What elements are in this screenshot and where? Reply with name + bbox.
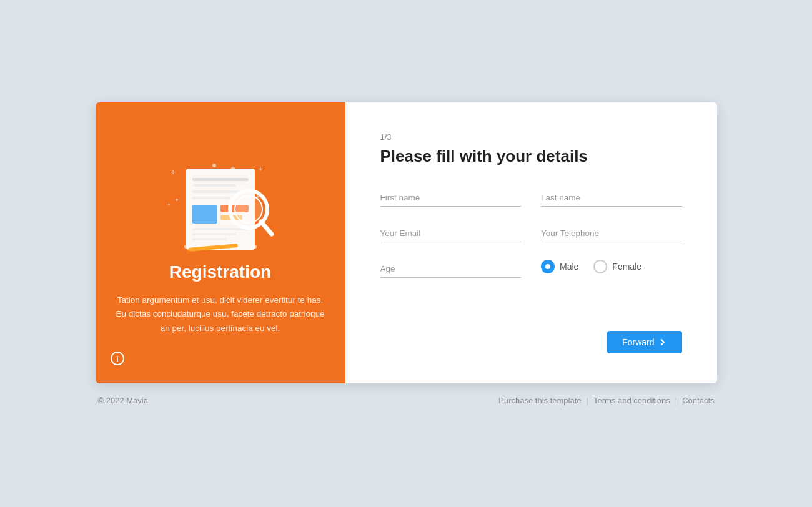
forward-chevron-icon: [658, 338, 667, 347]
svg-rect-17: [192, 238, 227, 240]
email-field: [380, 224, 522, 242]
female-label: Female: [612, 262, 641, 272]
left-panel: + + + +: [96, 102, 345, 383]
svg-rect-11: [192, 197, 230, 199]
first-name-input[interactable]: [380, 189, 522, 207]
last-name-field: [541, 189, 682, 207]
forward-button[interactable]: Forward: [607, 331, 681, 353]
step-indicator: 1/3: [380, 132, 682, 142]
right-panel: 1/3 Please fill with your details: [345, 102, 717, 383]
left-panel-title: Registration: [169, 262, 271, 282]
svg-text:+: +: [167, 202, 171, 207]
age-gender-row: Male Female: [380, 260, 682, 278]
last-name-input[interactable]: [541, 189, 682, 207]
contacts-link[interactable]: Contacts: [682, 396, 714, 405]
copyright: © 2022 Mavia: [98, 396, 148, 405]
footer: © 2022 Mavia Purchase this template | Te…: [96, 396, 717, 405]
svg-rect-12: [192, 205, 217, 224]
name-row: [380, 189, 682, 207]
male-label: Male: [560, 262, 578, 272]
separator-1: |: [587, 396, 588, 405]
svg-point-24: [253, 245, 257, 249]
illustration: + + + +: [152, 150, 289, 262]
svg-text:+: +: [171, 167, 176, 177]
svg-text:+: +: [258, 164, 263, 174]
telephone-field: [541, 224, 682, 242]
form-title: Please fill with your details: [380, 147, 682, 166]
female-option[interactable]: Female: [593, 260, 641, 273]
info-icon[interactable]: i: [111, 352, 124, 368]
separator-2: |: [675, 396, 677, 405]
svg-rect-15: [192, 228, 249, 230]
age-input[interactable]: [380, 260, 522, 278]
female-radio[interactable]: [593, 260, 607, 273]
purchase-link[interactable]: Purchase this template: [498, 396, 581, 405]
svg-point-4: [176, 199, 178, 201]
age-field: [380, 260, 522, 278]
svg-rect-16: [192, 233, 236, 235]
svg-point-23: [184, 245, 188, 249]
svg-rect-10: [192, 190, 242, 193]
svg-rect-9: [192, 184, 236, 187]
svg-point-3: [257, 195, 259, 198]
svg-rect-8: [192, 178, 249, 181]
terms-link[interactable]: Terms and conditions: [593, 396, 670, 405]
gender-options: Male Female: [541, 260, 682, 273]
email-input[interactable]: [380, 224, 522, 242]
male-option[interactable]: Male: [541, 260, 578, 273]
left-panel-description: Tation argumentum et usu, dicit viderer …: [114, 293, 327, 335]
svg-point-25: [212, 164, 216, 167]
telephone-input[interactable]: [541, 224, 682, 242]
svg-text:i: i: [116, 355, 118, 363]
footer-links: Purchase this template | Terms and condi…: [498, 396, 714, 405]
gender-field: Male Female: [541, 260, 682, 278]
page-wrapper: + + + +: [0, 102, 812, 405]
male-radio[interactable]: [541, 260, 555, 273]
contact-row: [380, 224, 682, 242]
svg-point-21: [235, 195, 262, 223]
forward-button-label: Forward: [622, 337, 654, 347]
svg-line-22: [261, 222, 272, 234]
first-name-field: [380, 189, 522, 207]
registration-card: + + + +: [96, 102, 717, 383]
